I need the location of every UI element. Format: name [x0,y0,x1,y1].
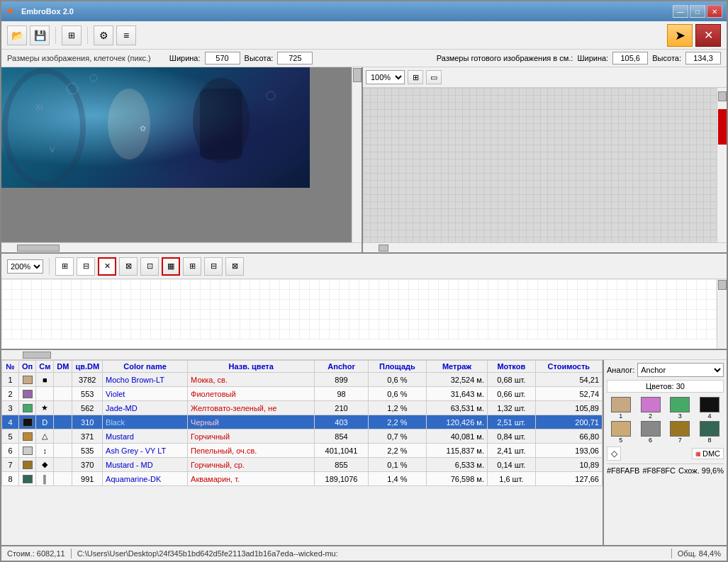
header-skeins[interactable]: Мотков [487,361,535,373]
width-input[interactable] [205,52,240,64]
analog-select[interactable]: Anchor DMC Madeira [637,363,724,377]
header-sym[interactable]: См [36,361,54,373]
maximize-button[interactable]: □ [690,5,705,18]
left-scrollbar-v[interactable] [352,67,362,242]
stitch-grid-container[interactable] [1,279,717,349]
table-row[interactable]: 7 ◆ 370 Mustard - MD Горчичный, ср. 855 … [2,458,603,472]
swatch-2[interactable]: 2 [637,397,665,420]
table-row[interactable]: 4 D 310 Black Черный 403 2,2 % 120,426 м… [2,415,603,429]
grid-view-button[interactable]: ⊞ [62,26,82,45]
right-width-label: Ширина: [577,54,608,62]
table-row[interactable]: 5 △ 371 Mustard Горчичный 854 0,7 % 40,0… [2,429,603,444]
right-preview-scrollbar-h[interactable] [363,242,727,252]
table-row[interactable]: 6 ↕ 535 Ash Grey - VY LT Пепельный, оч.с… [2,444,603,458]
stitch-tool-4[interactable]: ⊠ [119,257,138,276]
table-row[interactable]: 3 ★ 562 Jade-MD Желтовато-зеленый, не 21… [2,401,603,415]
cell-meters: 115,837 м. [427,444,488,458]
swatch-box-3[interactable] [670,397,690,412]
cell-sym: ■ [36,373,54,387]
stitch-tool-3[interactable]: ✕ [98,257,116,276]
cell-anchor: 855 [315,458,369,472]
table-row[interactable]: 2 553 Violet Фиолетовый 98 0,6 % 31,643 … [2,387,603,401]
header-num[interactable]: № [2,361,19,373]
header-colorname[interactable]: Color name [103,361,188,373]
header-cost[interactable]: Стоимость [535,361,602,373]
swatch-box-8[interactable] [700,421,719,437]
height-input[interactable] [277,52,313,64]
save-button[interactable]: 💾 [30,26,50,45]
swatch-5[interactable]: 5 [607,421,635,444]
cross-stitch-button[interactable]: ✕ [695,24,721,47]
stitch-tool-1[interactable]: ⊞ [55,257,74,276]
swatch-8[interactable]: 8 [695,421,724,444]
cell-meters: 6,533 м. [427,458,488,472]
cell-anchor: 98 [315,387,369,401]
image-container[interactable]: XI V ✿ [1,67,352,242]
diamond-button[interactable]: ◇ [607,446,621,461]
preview-grid-button[interactable]: ⊞ [408,70,423,84]
stitch-zoom-select[interactable]: 200% 100% 150% 300% [7,259,43,274]
table-row[interactable]: 8 ║ 991 Aquamarine-DK Аквамарин, т. 189,… [2,472,603,486]
close-button[interactable]: ✕ [707,5,722,18]
cell-anchor: 401,1041 [315,444,369,458]
right-height-label: Высота: [652,54,681,62]
table-scroll[interactable]: № Оп См DM цв.DM Color name Назв. цвета … [1,360,603,545]
stitch-tool-5[interactable]: ⊡ [140,257,159,276]
cell-nazcvet: Горчичный [188,429,315,444]
right-width-input[interactable] [612,52,648,64]
swatch-6[interactable]: 6 [637,421,665,444]
next-button[interactable]: ➤ [667,24,693,47]
swatch-box-5[interactable] [611,421,631,437]
stitch-scrollbar-h[interactable] [1,350,727,360]
cell-meters: 63,531 м. [427,401,488,415]
list-button[interactable]: ≡ [116,26,136,45]
swatch-1[interactable]: 1 [607,397,635,420]
left-scrollbar-h[interactable] [1,242,362,252]
swatch-box-1[interactable] [611,397,631,412]
bottom-icon-row: ◇ ▦ DMC [607,446,724,461]
swatch-7[interactable]: 7 [666,421,695,444]
stitch-tool-2[interactable]: ⊟ [77,257,95,276]
right-preview-scrollbar-v[interactable] [717,88,727,242]
header-dm[interactable]: DM [54,361,72,373]
swatch-3[interactable]: 3 [666,397,695,420]
status-path: C:\Users\User\Desktop\24f345b1bd642d5fe2… [77,549,666,558]
header-anchor[interactable]: Anchor [315,361,369,373]
header-meters[interactable]: Метраж [427,361,488,373]
stitch-tool-6[interactable]: ▦ [162,257,180,276]
stitch-tool-7[interactable]: ⊞ [183,257,201,276]
preview-layout-button[interactable]: ▭ [426,70,442,84]
stitch-scrollbar-v[interactable] [717,279,727,349]
hex-value-2: #F8F8FC [643,466,676,475]
cell-cost: 127,66 [535,472,602,486]
cell-area: 0,6 % [368,387,426,401]
svg-text:XI: XI [35,103,43,111]
stitch-tool-8[interactable]: ⊟ [204,257,223,276]
cell-area: 0,1 % [368,458,426,472]
cell-swatch [19,458,36,472]
open-button[interactable]: 📂 [7,26,27,45]
dmc-button[interactable]: ▦ DMC [692,448,724,459]
header-op[interactable]: Оп [19,361,36,373]
swatch-box-2[interactable] [641,397,661,412]
header-area[interactable]: Площадь [368,361,426,373]
swatch-box-7[interactable] [670,421,690,437]
swatch-box-4[interactable] [700,397,719,412]
cell-nazcvet: Желтовато-зеленый, не [188,401,315,415]
stitch-tool-9[interactable]: ⊠ [225,257,244,276]
swatch-4[interactable]: 4 [695,397,724,420]
table-row[interactable]: 1 ■ 3782 Mocho Brown-LT Мокка, св. 899 0… [2,373,603,387]
zoom-select[interactable]: 100% 50% 75% 150% 200% [366,70,405,84]
swatch-box-6[interactable] [641,421,661,437]
minimize-button[interactable]: — [673,5,688,18]
header-nazcvet[interactable]: Назв. цвета [188,361,315,373]
cell-anchor: 210 [315,401,369,415]
cell-num: 1 [2,373,19,387]
cell-sym [36,387,54,401]
svg-point-0 [5,71,83,184]
status-sep-2 [671,549,672,558]
right-height-input[interactable] [685,52,721,64]
header-dmc[interactable]: цв.DM [72,361,103,373]
svg-text:✿: ✿ [140,124,146,133]
settings-button[interactable]: ⚙ [94,26,113,45]
